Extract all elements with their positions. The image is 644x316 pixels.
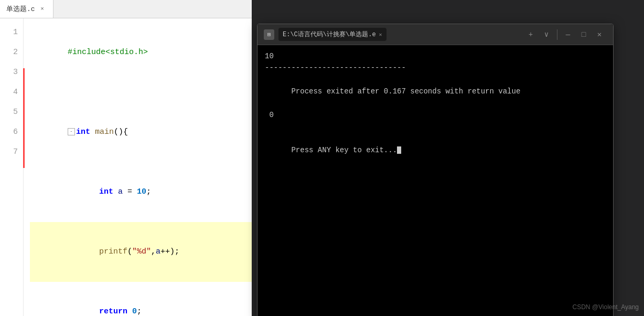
- code-area: 1 2 3 4 5 6 7 #include<stdio.h> -int mai…: [0, 18, 252, 316]
- line-num-4: 4: [0, 82, 18, 102]
- terminal-cursor: [397, 146, 401, 154]
- line-num-7: 7: [0, 142, 18, 162]
- terminal-titlebar: ⊞ E:\C语言代码\计挑赛\单选题.e ✕ + ∨ — □ ✕: [257, 24, 613, 45]
- terminal-window: ⊞ E:\C语言代码\计挑赛\单选题.e ✕ + ∨ — □ ✕ 10 ----…: [257, 24, 614, 316]
- chevron-down-button[interactable]: ∨: [539, 27, 554, 42]
- terminal-output-line1: 10: [265, 50, 606, 62]
- tab-bar: 单选题.c ×: [0, 0, 252, 18]
- minimize-button[interactable]: —: [561, 27, 575, 42]
- code-line-2: [30, 82, 252, 102]
- close-button[interactable]: ✕: [592, 27, 607, 42]
- code-line-6: return 0;: [30, 282, 252, 316]
- terminal-icon: ⊞: [264, 29, 274, 40]
- preprocessor-keyword: #include<stdio.h>: [68, 48, 148, 57]
- restore-button[interactable]: □: [576, 27, 591, 42]
- line-num-6: 6: [0, 122, 18, 142]
- line-num-5: 5: [0, 102, 18, 122]
- code-line-1: #include<stdio.h>: [30, 23, 252, 82]
- terminal-actions: + ∨ — □ ✕: [523, 27, 607, 42]
- terminal-output-line2: --------------------------------: [265, 62, 606, 73]
- watermark: CSDN @Violent_Ayang: [573, 303, 639, 311]
- terminal-output-line5: [265, 121, 606, 132]
- divider: [557, 29, 557, 40]
- terminal-tab-label: E:\C语言代码\计挑赛\单选题.e: [283, 30, 376, 39]
- terminal-tab[interactable]: E:\C语言代码\计挑赛\单选题.e ✕: [278, 28, 387, 41]
- line-num-2: 2: [0, 43, 18, 62]
- line-num-3: 3: [0, 62, 18, 82]
- terminal-output-line6: Press ANY key to exit...: [265, 133, 606, 168]
- tab-label: 单选题.c: [6, 4, 35, 14]
- line-num-1: 1: [0, 23, 18, 43]
- line-numbers: 1 2 3 4 5 6 7: [0, 18, 24, 316]
- code-content[interactable]: #include<stdio.h> -int main(){ int a = 1…: [24, 18, 252, 316]
- code-editor: 单选题.c × 1 2 3 4 5 6 7 #include<stdio.h> …: [0, 0, 252, 316]
- add-tab-button[interactable]: +: [523, 27, 538, 42]
- tab-close-button[interactable]: ×: [38, 5, 47, 13]
- red-indicator-bar: [23, 68, 25, 168]
- code-line-5: printf("%d",a++);: [30, 222, 252, 282]
- terminal-output-line4: 0: [265, 109, 606, 121]
- collapse-button[interactable]: -: [68, 128, 75, 135]
- editor-tab[interactable]: 单选题.c ×: [0, 0, 53, 18]
- terminal-output-line3: Process exited after 0.167 seconds with …: [265, 74, 606, 109]
- code-line-4: int a = 10;: [30, 162, 252, 222]
- terminal-body[interactable]: 10 -------------------------------- Proc…: [257, 45, 613, 316]
- terminal-tab-close[interactable]: ✕: [379, 31, 382, 38]
- code-line-3: -int main(){: [30, 102, 252, 162]
